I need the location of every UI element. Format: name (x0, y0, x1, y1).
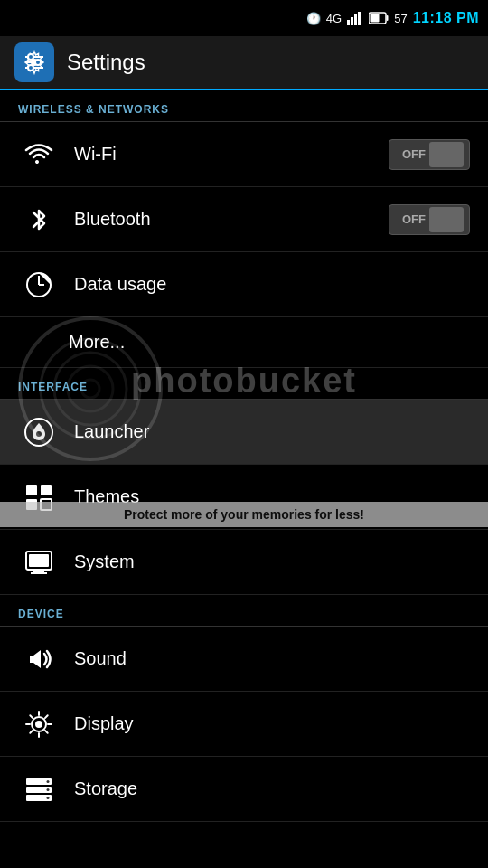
battery-icon (369, 12, 389, 24)
bluetooth-toggle[interactable]: OFF (389, 204, 470, 235)
settings-item-storage[interactable]: Storage (0, 757, 488, 822)
time-display: 11:18 PM (413, 10, 479, 26)
settings-item-wifi[interactable]: Wi-Fi OFF (0, 122, 488, 187)
svg-rect-21 (26, 499, 37, 510)
wifi-toggle[interactable]: OFF (389, 139, 470, 170)
settings-item-data-usage[interactable]: Data usage (0, 252, 488, 317)
storage-label: Storage (74, 778, 470, 799)
svg-rect-22 (41, 499, 52, 510)
settings-item-sound[interactable]: Sound (0, 627, 488, 692)
network-label: 4G (326, 12, 342, 25)
bluetooth-label: Bluetooth (74, 209, 389, 230)
status-bar: 🕐 4G 57 11:18 PM (0, 0, 488, 36)
wifi-icon (18, 134, 60, 175)
data-usage-label: Data usage (74, 274, 470, 295)
svg-rect-6 (371, 14, 380, 23)
svg-rect-1 (351, 17, 353, 25)
svg-rect-25 (33, 570, 44, 572)
svg-rect-3 (358, 12, 361, 25)
system-icon (18, 542, 60, 583)
svg-point-9 (28, 54, 33, 60)
storage-icon (18, 769, 60, 810)
sound-label: Sound (74, 648, 470, 669)
svg-point-18 (36, 431, 42, 437)
svg-rect-20 (41, 485, 52, 495)
settings-item-display[interactable]: Display (0, 692, 488, 757)
bluetooth-icon (18, 199, 60, 241)
signal-icon (347, 11, 363, 25)
sound-icon (18, 638, 60, 680)
wifi-label: Wi-Fi (74, 144, 389, 165)
data-usage-icon (18, 264, 60, 306)
settings-item-system[interactable]: System (0, 530, 488, 595)
svg-point-34 (47, 797, 50, 799)
svg-point-28 (35, 721, 42, 728)
svg-rect-2 (354, 14, 357, 25)
settings-item-themes[interactable]: Themes (0, 465, 488, 530)
settings-sliders-icon (22, 50, 47, 75)
launcher-icon (18, 411, 60, 453)
system-label: System (74, 552, 470, 572)
themes-icon (18, 476, 60, 518)
section-header-device: DEVICE (0, 595, 488, 626)
svg-rect-5 (387, 15, 389, 21)
svg-rect-24 (29, 554, 49, 567)
themes-label: Themes (74, 486, 470, 507)
wifi-toggle-label: OFF (402, 147, 426, 161)
settings-item-bluetooth[interactable]: Bluetooth OFF (0, 187, 488, 252)
display-label: Display (74, 713, 470, 734)
section-header-wireless: WIRELESS & NETWORKS (0, 90, 488, 121)
bluetooth-toggle-handle (429, 207, 464, 232)
more-label: More... (69, 332, 125, 353)
svg-point-13 (28, 65, 33, 71)
settings-item-more[interactable]: More... (0, 317, 488, 368)
svg-rect-26 (31, 572, 47, 574)
svg-point-32 (47, 780, 50, 783)
bluetooth-toggle-label: OFF (402, 212, 426, 226)
content-area: WIRELESS & NETWORKS Wi-Fi OFF Bluetooth … (0, 90, 488, 868)
page-title: Settings (67, 50, 145, 75)
settings-item-launcher[interactable]: Launcher (0, 400, 488, 465)
title-bar: Settings (0, 36, 488, 90)
wifi-toggle-handle (429, 142, 464, 167)
svg-point-11 (35, 60, 41, 65)
display-icon (18, 703, 60, 745)
clock-icon: 🕐 (306, 12, 321, 25)
svg-rect-0 (347, 20, 350, 25)
svg-rect-19 (26, 485, 37, 495)
settings-app-icon (14, 42, 54, 82)
svg-point-33 (47, 788, 50, 791)
battery-percent: 57 (394, 12, 407, 25)
launcher-label: Launcher (74, 421, 470, 442)
section-header-interface: INTERFACE (0, 368, 488, 399)
